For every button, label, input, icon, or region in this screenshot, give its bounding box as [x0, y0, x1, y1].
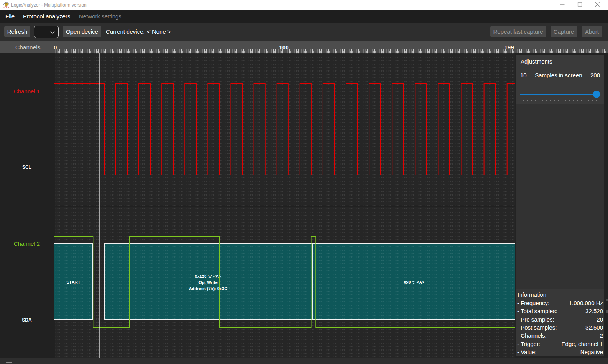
svg-text:SDA: SDA [22, 317, 32, 323]
svg-text:Op: Write: Op: Write [198, 280, 217, 285]
svg-text:Channels: Channels [15, 44, 41, 51]
svg-text:199: 199 [504, 44, 514, 51]
svg-text:Address (7b): 0x3C: Address (7b): 0x3C [189, 286, 227, 291]
svg-text:Channel 1: Channel 1 [14, 88, 40, 95]
svg-text:0x120 'x' <A>: 0x120 'x' <A> [195, 274, 221, 279]
svg-text:START: START [67, 280, 80, 284]
svg-text:0x0 ':' <A>: 0x0 ':' <A> [404, 280, 424, 284]
svg-text:SCL: SCL [22, 165, 31, 170]
svg-text:Channel 2: Channel 2 [14, 240, 40, 247]
svg-text:100: 100 [279, 44, 288, 51]
svg-text:0: 0 [54, 44, 57, 51]
